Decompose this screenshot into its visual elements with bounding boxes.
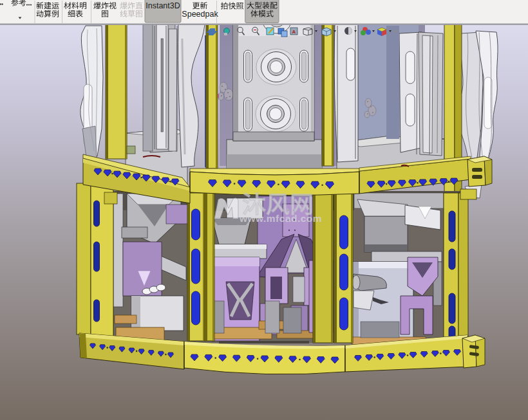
svg-text:www.mfcad.com: www.mfcad.com bbox=[239, 213, 322, 224]
svg-text:Speedpak: Speedpak bbox=[182, 10, 218, 19]
svg-text:Instant3D: Instant3D bbox=[146, 1, 180, 10]
svg-text:A: A bbox=[292, 29, 296, 35]
